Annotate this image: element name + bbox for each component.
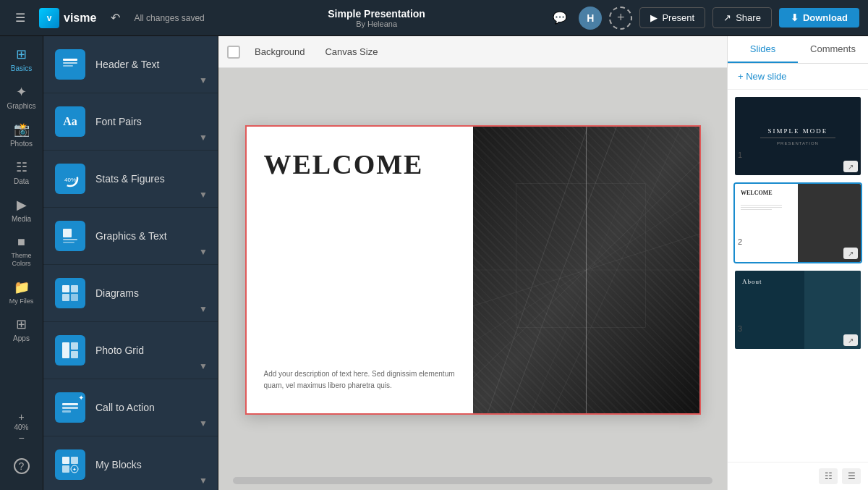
canvas-size-button[interactable]: Canvas Size (319, 43, 383, 60)
photos-icon: 📸 (14, 122, 30, 138)
slide-3-export-button[interactable]: ↗ (843, 334, 858, 346)
right-panel: Slides Comments + New slide SIMPLE MODE … (727, 36, 868, 490)
svg-line-27 (487, 127, 587, 413)
svg-rect-5 (63, 229, 72, 237)
new-slide-button[interactable]: + New slide (728, 64, 868, 90)
header-text-chevron: ▼ (199, 75, 208, 85)
list-view-button[interactable]: ☰ (842, 468, 861, 484)
svg-rect-8 (62, 285, 69, 292)
presentation-title[interactable]: Simple Presentation (328, 8, 425, 20)
sidebar-item-my-files[interactable]: 📁 My Files (3, 275, 41, 310)
stats-figures-chevron: ▼ (199, 190, 208, 200)
header-text-icon (55, 49, 85, 80)
sidebar-item-theme-colors[interactable]: ■ ThemeColors (3, 230, 41, 272)
help-button[interactable]: ? (3, 454, 41, 478)
tab-comments[interactable]: Comments (798, 36, 868, 63)
slide-thumb-3[interactable]: About 3 ↗ (733, 269, 862, 350)
apps-label: Apps (13, 334, 30, 342)
logo: v visme (39, 8, 96, 28)
svg-line-28 (473, 161, 699, 377)
background-button[interactable]: Background (249, 43, 310, 60)
diagrams-icon (55, 278, 85, 308)
graphics-text-chevron: ▼ (199, 247, 208, 257)
graphics-icon: ✦ (16, 84, 27, 100)
tab-slides[interactable]: Slides (728, 36, 798, 63)
canvas-toolbar: Background Canvas Size (218, 36, 727, 68)
sidebar-item-photos[interactable]: 📸 Photos (3, 117, 41, 152)
undo-button[interactable]: ↶ (103, 7, 127, 30)
svg-rect-2 (63, 65, 73, 67)
block-item-header-text[interactable]: Header & Text ▼ (43, 36, 218, 93)
graphics-text-icon (55, 221, 85, 251)
topbar-center: Simple Presentation By Heleana (212, 8, 542, 28)
basics-icon: ⊞ (16, 46, 27, 62)
block-item-my-blocks[interactable]: ✦ My Blocks ▼ (43, 436, 218, 490)
my-files-label: My Files (9, 297, 34, 305)
svg-rect-7 (63, 242, 75, 243)
menu-button[interactable]: ☰ (9, 7, 32, 30)
call-to-action-icon: ✦ (55, 392, 85, 423)
diagrams-chevron: ▼ (199, 304, 208, 314)
zoom-control[interactable]: + 40% − (3, 407, 41, 448)
share-button[interactable]: ↗ Share (712, 7, 772, 28)
font-pairs-label: Font Pairs (95, 116, 142, 127)
svg-rect-6 (63, 239, 77, 240)
photo-grid-label: Photo Grid (95, 345, 144, 356)
select-all-checkbox[interactable] (227, 46, 240, 59)
svg-rect-18 (62, 457, 69, 464)
line-1 (741, 205, 782, 206)
slide-2-welcome: WELCOME (741, 190, 792, 196)
slide-canvas[interactable]: WELCOME Add your description of text her… (245, 125, 701, 415)
slide-2-export-button[interactable]: ↗ (843, 248, 858, 259)
call-to-action-chevron: ▼ (199, 418, 208, 428)
slide-2-thumbnail: WELCOME (735, 184, 861, 262)
block-item-graphics-text[interactable]: Graphics & Text ▼ (43, 208, 218, 265)
stats-figures-label: Stats & Figures (95, 173, 165, 185)
font-pairs-chevron: ▼ (199, 132, 208, 143)
sidebar-item-basics[interactable]: ⊞ Basics (3, 42, 41, 77)
svg-rect-12 (62, 342, 69, 358)
svg-rect-20 (62, 465, 69, 473)
sidebar-item-media[interactable]: ▶ Media (3, 193, 41, 227)
sidebar-item-graphics[interactable]: ✦ Graphics (3, 80, 41, 114)
canvas-scroll-area[interactable]: WELCOME Add your description of text her… (218, 68, 727, 471)
present-button[interactable]: ▶ Present (639, 7, 705, 28)
block-item-photo-grid[interactable]: Photo Grid ▼ (43, 322, 218, 379)
media-label: Media (12, 215, 31, 223)
slide-image (473, 127, 699, 413)
slide-thumb-1[interactable]: SIMPLE MODE PRESENTATION 1 ↗ (733, 96, 862, 177)
slide-1-thumbnail: SIMPLE MODE PRESENTATION (735, 97, 861, 175)
theme-colors-icon: ■ (17, 235, 25, 250)
main: ⊞ Basics ✦ Graphics 📸 Photos ☷ Data ▶ Me… (0, 36, 868, 490)
slide-1-export-button[interactable]: ↗ (843, 161, 858, 172)
slide-2-left: WELCOME (735, 184, 798, 262)
svg-rect-34 (473, 127, 699, 413)
block-item-font-pairs[interactable]: Aa Font Pairs ▼ (43, 93, 218, 151)
slide-right-panel (473, 127, 699, 413)
horizontal-scrollbar[interactable] (233, 477, 712, 484)
photo-grid-chevron: ▼ (199, 361, 208, 371)
slide-thumb-2[interactable]: WELCOME 2 ↗ (733, 182, 862, 263)
call-to-action-label: Call to Action (95, 402, 155, 413)
download-button[interactable]: ⬇ Download (779, 8, 859, 28)
comment-button[interactable]: 💬 (548, 7, 571, 30)
add-collaborator-button[interactable]: + (609, 7, 632, 30)
svg-line-29 (473, 198, 699, 342)
slide-3-number: 3 (738, 324, 742, 333)
block-item-stats-figures[interactable]: 40% Stats & Figures ▼ (43, 151, 218, 208)
svg-line-30 (473, 234, 699, 305)
diagrams-label: Diagrams (95, 287, 139, 299)
slide-1-subtitle: PRESENTATION (777, 141, 819, 145)
my-blocks-label: My Blocks (95, 459, 142, 470)
logo-text: visme (64, 12, 96, 25)
svg-line-26 (552, 127, 681, 413)
photo-grid-icon (55, 335, 85, 366)
slide-description: Add your description of text here. Sed d… (264, 368, 456, 392)
grid-view-button[interactable]: ☷ (819, 468, 838, 484)
block-item-diagrams[interactable]: Diagrams ▼ (43, 265, 218, 322)
sidebar-item-apps[interactable]: ⊞ Apps (3, 312, 41, 347)
my-blocks-chevron: ▼ (199, 476, 208, 486)
block-item-call-to-action[interactable]: ✦ Call to Action ▼ (43, 379, 218, 436)
avatar-button[interactable]: H (579, 7, 602, 30)
sidebar-item-data[interactable]: ☷ Data (3, 155, 41, 190)
